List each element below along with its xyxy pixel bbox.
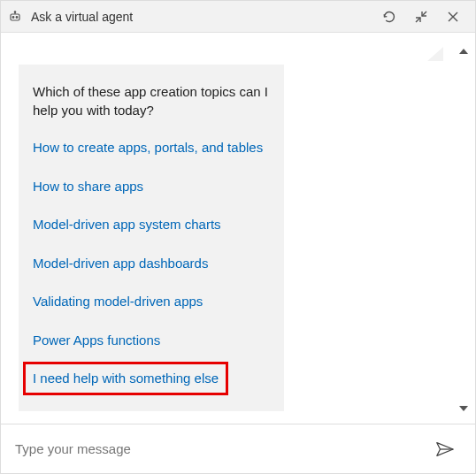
option-dashboards[interactable]: Model-driven app dashboards xyxy=(33,255,270,272)
scroll-down-icon[interactable] xyxy=(459,406,468,411)
titlebar-actions xyxy=(374,4,468,30)
svg-point-4 xyxy=(14,11,15,11)
option-validating[interactable]: Validating model-driven apps xyxy=(33,293,270,310)
minimize-button[interactable] xyxy=(406,4,436,30)
svg-rect-0 xyxy=(11,14,19,20)
option-something-else[interactable]: I need help with something else xyxy=(33,370,219,387)
bubble-tail-icon xyxy=(427,47,443,65)
prompt-text: Which of these app creation topics can I… xyxy=(33,82,270,119)
agent-message-card: Which of these app creation topics can I… xyxy=(19,65,284,411)
message-input[interactable] xyxy=(15,441,429,456)
chat-area: Which of these app creation topics can I… xyxy=(1,33,475,424)
input-bar xyxy=(1,424,475,473)
titlebar: Ask a virtual agent xyxy=(1,1,475,33)
refresh-button[interactable] xyxy=(374,4,404,30)
svg-point-1 xyxy=(12,16,14,18)
send-button[interactable] xyxy=(429,433,461,465)
scroll-up-icon[interactable] xyxy=(459,49,468,54)
callout-highlight: I need help with something else xyxy=(23,362,228,395)
option-create-apps[interactable]: How to create apps, portals, and tables xyxy=(33,139,270,157)
svg-point-2 xyxy=(16,16,18,18)
svg-line-5 xyxy=(422,11,426,16)
svg-line-6 xyxy=(416,18,420,22)
option-system-charts[interactable]: Model-driven app system charts xyxy=(33,216,270,233)
option-share-apps[interactable]: How to share apps xyxy=(33,178,270,195)
close-button[interactable] xyxy=(438,4,468,30)
window-title: Ask a virtual agent xyxy=(31,10,374,24)
option-functions[interactable]: Power Apps functions xyxy=(33,332,270,349)
bot-icon xyxy=(8,10,22,24)
